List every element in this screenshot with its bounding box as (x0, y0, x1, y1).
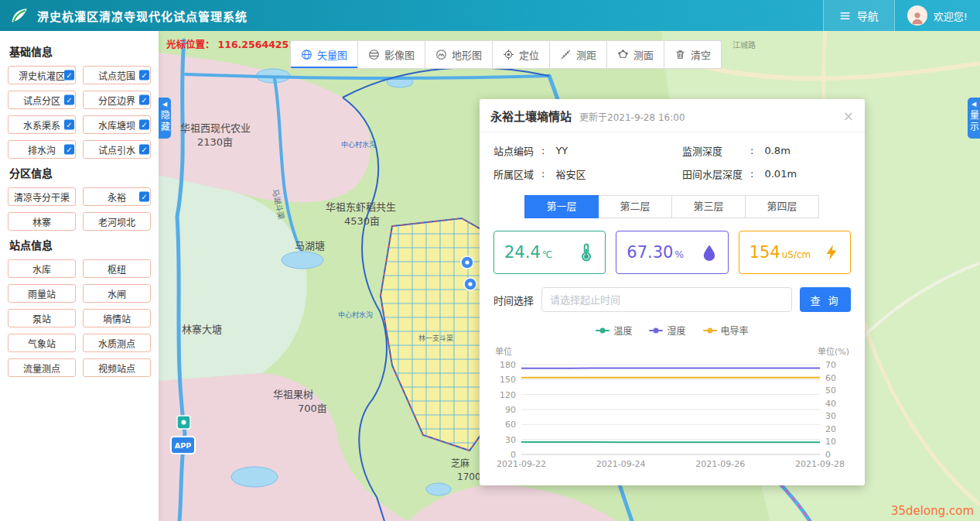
terrain-map-button[interactable]: 地形图 (425, 40, 493, 69)
sidebar-item-label: 水库塘坝 (98, 118, 135, 132)
sidebar-item-label: 气象站 (28, 337, 56, 350)
map-toolbar: 矢量图影像图地形图定位测距测面清空 (290, 40, 722, 69)
sidebar-item[interactable]: 永裕✓ (83, 187, 151, 206)
map-marker-station[interactable] (177, 416, 190, 429)
nav-label: 导航 (857, 8, 879, 23)
sidebar-item[interactable]: 林寨 (8, 212, 76, 231)
right-axis-title: 单位(%) (818, 344, 849, 357)
checkbox-checked-icon[interactable]: ✓ (64, 120, 74, 130)
checkbox-checked-icon[interactable]: ✓ (139, 120, 149, 130)
checkbox-checked-icon[interactable]: ✓ (64, 95, 74, 105)
checkbox-checked-icon[interactable]: ✓ (139, 70, 149, 81)
sidebar-item[interactable]: 老河坝北 (83, 212, 151, 231)
checkbox-checked-icon[interactable]: ✓ (139, 192, 149, 202)
sidebar-item[interactable]: 淠史杭灌区✓ (8, 66, 76, 84)
app-marker-label: APP (175, 441, 191, 450)
vector-map-button[interactable]: 矢量图 (290, 40, 358, 69)
sidebar-item[interactable]: 水质测点 (83, 334, 151, 352)
map-marker-app[interactable]: APP (171, 437, 195, 454)
info-colon: : (541, 168, 545, 180)
legend-marker (649, 330, 663, 331)
info-field: 田间水层深度:0.01m (682, 166, 851, 181)
sidebar-item[interactable]: 气象站 (8, 334, 76, 352)
sidebar-item[interactable]: 水闸 (83, 284, 151, 303)
sidebar-item[interactable]: 视频站点 (83, 358, 151, 377)
legend-dot (707, 327, 712, 333)
sidebar-item[interactable]: 墒情站 (83, 309, 151, 327)
metric-number: 67.30 (627, 243, 673, 262)
info-field: 所属区域:裕安区 (493, 166, 682, 181)
map-label: 芝麻 (451, 458, 470, 469)
info-value: YY (555, 145, 568, 156)
right-tick-label: 50 (825, 386, 836, 396)
close-icon[interactable]: × (843, 110, 854, 123)
sidebar-item[interactable]: 试点范围✓ (83, 66, 151, 84)
sidebar-item[interactable]: 分区边界✓ (83, 91, 151, 109)
sidebar-item[interactable]: 试点引水✓ (83, 140, 151, 159)
sidebar-item[interactable]: 泵站 (8, 309, 76, 327)
time-range-input[interactable] (541, 287, 792, 312)
metric-number: 154 (750, 243, 780, 262)
query-button[interactable]: 查 询 (800, 287, 851, 312)
checkbox-checked-icon[interactable]: ✓ (64, 145, 74, 155)
collapse-right-tab[interactable]: ◀ 量示 (968, 98, 980, 139)
map-label: 4530亩 (344, 215, 380, 227)
measure-distance-button[interactable]: 测距 (549, 40, 607, 69)
popup-body: 站点编码:YY监测深度:0.8m所属区域:裕安区田间水层深度:0.01m 第一层… (480, 132, 865, 485)
time-filter-row: 时间选择 查 询 (493, 287, 851, 312)
info-colon: : (750, 145, 753, 156)
legend-item[interactable]: 湿度 (649, 324, 685, 337)
info-label: 所属区域 (493, 166, 534, 181)
legend-item[interactable]: 温度 (596, 324, 632, 337)
left-axis-title: 单位 (495, 344, 512, 357)
map-area[interactable]: APP 华祖西现代农业2130亩华祖东虾稻共生4530亩马湖塘林寨大塘华祖果树7… (159, 31, 980, 521)
right-tick-label: 30 (825, 411, 836, 421)
section-title: 基础信息 (9, 43, 151, 59)
sidebar-item[interactable]: 清凉寺分干渠 (8, 187, 76, 206)
tab-layer-4[interactable]: 第四层 (745, 195, 819, 218)
sidebar-item-label: 分区边界 (98, 94, 135, 107)
avatar[interactable] (907, 5, 927, 26)
tab-layer-2[interactable]: 第二层 (598, 195, 672, 218)
toolbar-button-label: 地形图 (452, 47, 482, 62)
legend-item[interactable]: 电导率 (703, 324, 749, 337)
toolbar-button-label: 矢量图 (317, 47, 347, 62)
right-tick-label: 70 (825, 360, 836, 370)
info-field: 站点编码:YY (493, 143, 682, 158)
sidebar-item-label: 林寨 (32, 215, 51, 228)
sidebar-item[interactable]: 枢纽 (83, 259, 151, 278)
popup-title: 永裕土壤墒情站 (490, 108, 572, 124)
nav-button[interactable]: 导航 (823, 0, 895, 31)
metric-value: 154uS/cm (750, 243, 811, 262)
sidebar-item[interactable]: 水库 (8, 259, 76, 278)
toolbar-button-label: 测面 (633, 47, 654, 62)
sidebar-item[interactable]: 水系渠系✓ (8, 115, 76, 134)
collapse-left-tab[interactable]: ◀ 隐藏 (159, 98, 171, 139)
checkbox-checked-icon[interactable]: ✓ (139, 95, 149, 105)
left-tick-label: 90 (505, 405, 516, 415)
imagery-map-button[interactable]: 影像图 (357, 40, 425, 69)
user-area[interactable]: 欢迎您! (895, 5, 980, 26)
checkbox-checked-icon[interactable]: ✓ (64, 70, 74, 81)
measure-area-button[interactable]: 测面 (606, 40, 664, 69)
popup-updated-time: 更新于2021-9-28 16:00 (579, 110, 685, 123)
sidebar-item-label: 枢纽 (108, 262, 126, 276)
clear-icon (674, 49, 686, 60)
sidebar-item[interactable]: 试点分区✓ (8, 91, 76, 109)
tab-layer-1[interactable]: 第一层 (524, 195, 599, 218)
metric-value: 24.4℃ (504, 243, 552, 262)
checkbox-checked-icon[interactable]: ✓ (139, 145, 149, 155)
map-label: 江城路 (732, 40, 756, 50)
map-label: 马湖塘 (295, 240, 325, 252)
locate-button[interactable]: 定位 (492, 40, 550, 69)
sidebar: 基础信息淠史杭灌区✓试点范围✓试点分区✓分区边界✓水系渠系✓水库塘坝✓排水沟✓试… (0, 31, 159, 521)
info-value: 0.8m (764, 145, 790, 156)
sidebar-item[interactable]: 流量测点 (8, 358, 76, 377)
sidebar-item[interactable]: 排水沟✓ (8, 140, 76, 159)
metric-number: 24.4 (504, 243, 541, 262)
clear-button[interactable]: 清空 (664, 40, 722, 69)
sidebar-item[interactable]: 水库塘坝✓ (83, 115, 151, 134)
x-tick-label: 2021-09-28 (795, 459, 845, 469)
tab-layer-3[interactable]: 第三层 (671, 195, 746, 218)
sidebar-item[interactable]: 雨量站 (8, 284, 76, 303)
